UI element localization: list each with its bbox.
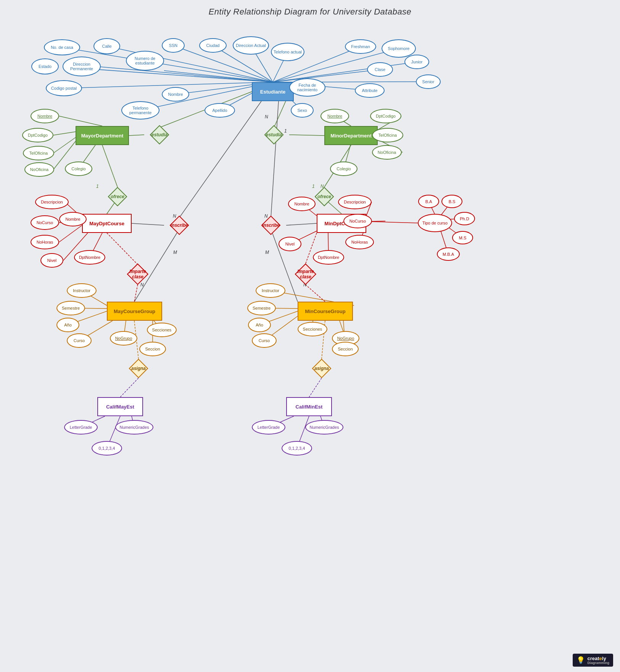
attr-curso: Curso [67,333,92,348]
diamond-ofrece2: ofrece [315,187,334,206]
attr-secciones: Secciones [298,322,327,336]
attr-sexo: Sexo [291,103,314,118]
attr-nombre: Nombre [320,109,349,123]
attr-nocurso: NoCurso [31,215,59,230]
svg-line-25 [59,116,102,126]
diamond-imparteClase1: Imparte clase [127,263,148,284]
svg-line-57 [107,233,138,265]
svg-line-22 [129,135,144,136]
attr-0,1,2,3,4: 0,1,2,3,4 [282,441,312,456]
attr-secciones: Secciones [147,323,177,337]
attr-teloficina: TelOficina [23,146,54,160]
attr-ciudad: Ciudad [199,38,227,53]
attr-numericgrades: NumericGrades [305,420,343,435]
attr-calle: Calle [93,38,120,54]
svg-line-60 [305,284,325,302]
entity-minorDept: MinorDepartment [324,126,378,145]
attr-colegio: Colegio [65,162,92,176]
attr-tipo-b.a: B.A [418,195,439,208]
attr-dptcodigo: DptCodigo [370,109,401,123]
attr-lettergrade: LetterGrade [252,420,285,435]
svg-line-27 [53,137,76,153]
attr-apellido: Apellido [205,103,235,118]
attr-no.-de-casa: No. de casa [44,39,80,55]
svg-line-18 [273,62,417,82]
svg-line-2 [82,68,273,82]
attr-descripcion: Descripcion [35,195,69,209]
attr-codigo-postal: Codigo postal [46,80,82,96]
attr-tipo-ph.d: Ph.D [454,212,475,225]
svg-line-17 [273,69,380,82]
svg-line-42 [59,225,82,242]
svg-text:M: M [265,250,269,255]
svg-text:1: 1 [312,184,315,189]
diagram-container: Entity Relationship Diagram for Universi… [0,0,620,672]
svg-line-5 [164,71,273,82]
attr-estado: Estado [31,58,59,74]
diamond-estudia1: estudia [150,125,169,144]
attr-dptnombre: DptNombre [313,250,344,265]
attr-nombre: Nombre [31,109,59,123]
attr-tipo-m.b.a: M.B.A [437,247,460,261]
svg-text:N: N [265,114,268,120]
attr-telefono-actual: Telefono actual [271,43,304,61]
svg-line-26 [53,132,76,135]
attr-nohoras: NoHoras [345,235,374,249]
attr-nohoras: NoHoras [31,235,59,249]
attr-teloficina: TelOficina [372,128,403,142]
diamond-estudia2: estudia [264,125,283,144]
entity-califMinEst: CalifMinEst [286,397,332,416]
attr-nivel: Nivel [40,253,63,268]
svg-line-51 [179,101,261,218]
attr-semestre: Semestre [247,301,276,315]
attr-nooficina: NoOficina [372,145,402,160]
attr-instructor: Instructor [256,283,285,298]
diamond-inscribe2: inscribe [261,216,280,235]
attr-nombre: Nombre [59,212,87,226]
svg-line-0 [100,67,273,82]
diagram-title: Entity Relationship Diagram for Universi… [0,0,620,17]
attr-attribute: Attribute [355,83,385,98]
entity-estudiante: Estudiante [252,82,294,101]
svg-line-52 [271,101,279,218]
attr-seccion: Seccion [332,342,359,356]
diamond-imparteClase2: Imparte clase [295,263,316,284]
attr-sophomore: Sophomore [382,39,416,58]
attr-telefono-permanente: Telefono permanente [121,101,159,120]
svg-line-78 [309,378,322,397]
attr-fecha-de-nacimiento: Fecha de nacimiento [289,78,325,97]
svg-line-35 [102,145,118,187]
svg-line-53 [132,223,164,225]
svg-line-54 [286,223,317,225]
diamond-asigna2: asigna [312,359,331,378]
attr-freshman: Freshman [345,39,376,54]
diamond-ofrece1: ofrece [108,187,127,206]
attr-tipo-tipo-de-curso: Tipo de curso [418,214,452,232]
attr-dptnombre: DptNombre [74,250,105,265]
diamond-inscribe1: inscribe [170,216,189,235]
attr-numero-de-estudiante: Numero de estudiante [126,51,164,71]
entity-minCourseGroup: MinCourseGroup [298,302,353,321]
entity-mayDptCourse: MayDptCourse [82,214,132,233]
entity-mayorDept: MayorDepartment [76,126,129,145]
attr-seccion: Seccion [139,342,166,356]
attr-descripcion: Descripcion [338,195,372,209]
svg-line-58 [134,284,138,302]
attr-clase: Clase [367,62,393,77]
svg-line-4 [64,82,273,88]
attr-tipo-m.s: M.S [452,231,473,244]
attr-instructor: Instructor [67,283,97,298]
attr-colegio: Colegio [330,162,358,176]
attr-direccion-actual: Direccion Actual [233,36,269,55]
attr-nivel: Nivel [279,237,301,251]
svg-line-24 [289,135,324,136]
attr-junior: Junior [404,55,429,69]
attr-direccion-permanente: Direccion Permanente [63,57,101,76]
attr-nombre: Nombre [288,197,316,211]
attr-lettergrade: LetterGrade [64,420,98,435]
attr-nooficina: NoOficina [24,162,54,177]
attr-nocurso: NoCurso [343,214,372,228]
svg-text:1: 1 [96,184,99,189]
attr-ssn: SSN [162,38,185,53]
attr-tipo-b.s: B.S [441,195,462,208]
